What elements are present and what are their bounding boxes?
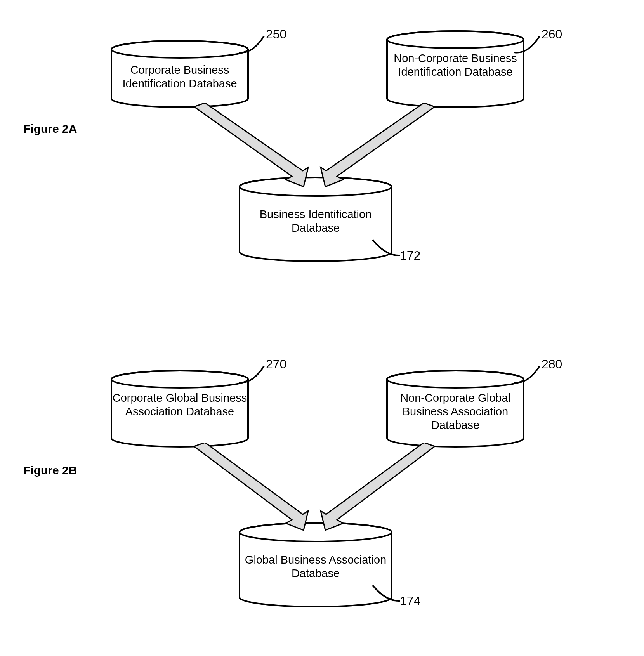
ref-260: 260 <box>542 27 562 42</box>
cylinder-noncorp-global-assoc: Non-Corporate Global Business Associatio… <box>385 370 525 448</box>
arrow-noncorp-to-biz <box>318 103 443 188</box>
ref-270: 270 <box>266 357 286 371</box>
svg-marker-7 <box>321 103 435 187</box>
cylinder-corp-biz-id: Corporate Business Identification Databa… <box>110 40 250 108</box>
arrow-corpglob-to-global <box>186 443 311 532</box>
page: Figure 2A Corporate Business Identificat… <box>0 0 644 656</box>
cylinder-biz-id: Business Identification Database <box>238 177 393 262</box>
figure-2b-label: Figure 2B <box>23 464 77 477</box>
ref-250: 250 <box>266 27 286 42</box>
cylinder-corp-global-assoc: Corporate Global Business Association Da… <box>110 370 250 448</box>
ref-172: 172 <box>400 248 420 263</box>
arrow-corp-to-biz <box>186 103 311 188</box>
ref-174: 174 <box>400 594 420 608</box>
cylinder-noncorp-biz-id: Non-Corporate Business Identification Da… <box>385 30 525 108</box>
arrow-noncorpglob-to-global <box>318 443 443 532</box>
figure-2a-label: Figure 2A <box>23 122 77 135</box>
svg-marker-14 <box>194 443 308 530</box>
ref-280: 280 <box>542 357 562 371</box>
cylinder-global-assoc: Global Business Association Database <box>238 522 393 607</box>
svg-marker-15 <box>321 443 435 530</box>
svg-marker-6 <box>194 103 308 187</box>
